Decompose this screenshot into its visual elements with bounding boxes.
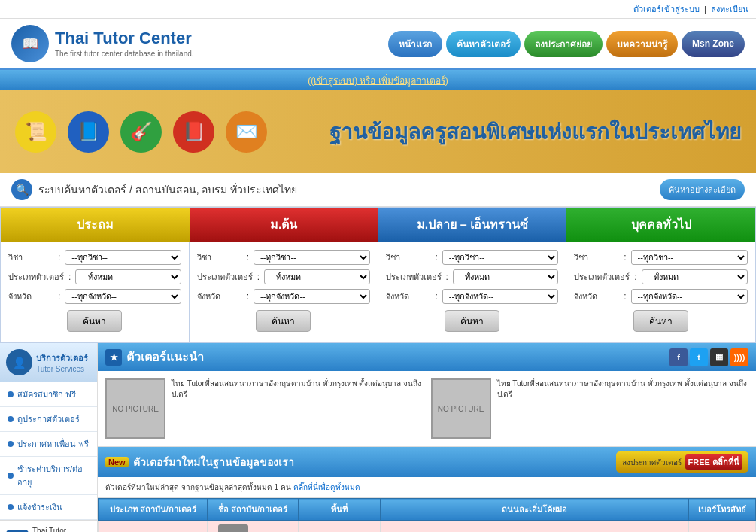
row-type: ตัวเตอร์อิสระ <box>99 521 208 533</box>
province-select-2[interactable]: --ทุกจังหวัด-- <box>254 289 369 304</box>
sidebar-friend-label: ประกาศหาเพื่อน ฟรี <box>17 437 89 451</box>
subject-select-4[interactable]: --ทุกวิชา-- <box>631 250 748 265</box>
tutor-table: ประเภท สถาบัน/กาเตอร์ ชื่อ สถาบัน/กาเตอร… <box>98 498 756 532</box>
sidebar-service-subtitle: Tutor Services <box>36 365 88 373</box>
subject-label-1: วิชา <box>8 251 53 264</box>
right-content: ★ ตัวเตอร์แนะนำ f t ▦ )))) NO PICTURE ไท… <box>98 343 756 532</box>
facebook-icon: f <box>6 530 29 533</box>
province-label-4: จังหวัด <box>574 290 619 303</box>
hero-icon-5: ✉️ <box>226 111 267 153</box>
tab-form-4: วิชา : --ทุกวิชา-- ประเภทตัวเตอร์ : --ทั… <box>566 242 755 342</box>
search-title: 🔍 ระบบค้นหาตัวเตอร์ / สถานบันสอน, อบรม ท… <box>11 179 297 200</box>
form-row-type-3: ประเภทตัวเตอร์ : --ทั้งหมด-- <box>386 269 559 284</box>
th-type: ประเภท สถาบัน/กาเตอร์ <box>99 499 208 521</box>
bullet-icon <box>8 473 14 479</box>
row-name: กาเตอร์ 1 <box>208 521 298 533</box>
search-icon: 🔍 <box>11 179 32 200</box>
subject-select-3[interactable]: --ทุกวิชา-- <box>442 250 558 265</box>
tab-general[interactable]: บุคคลทั่วไป <box>566 208 755 242</box>
tutor-featured-label: ตัวเตอร์แนะนำ <box>126 348 204 366</box>
qr-social-icon[interactable]: ▦ <box>710 348 728 366</box>
new-tutors-header: New ตัวเตอร์มาใหม่ในฐานข้อมูลของเรา ลงปร… <box>98 447 756 477</box>
bullet-icon <box>8 441 14 447</box>
search-button-2[interactable]: ค้นหา <box>256 310 311 332</box>
province-label-1: จังหวัด <box>8 290 53 303</box>
sidebar-item-payment[interactable]: ชำระค่าบริการ/ต่ออายุ <box>0 457 97 495</box>
subject-select-2[interactable]: --ทุกวิชา-- <box>254 250 369 265</box>
form-row-type-4: ประเภทตัวเตอร์ : --ทั้งหมด-- <box>574 269 748 284</box>
tutor-title-icon: ★ <box>105 349 122 366</box>
tab-headers: ประถม ม.ต้น ม.ปลาย – เอ็นทรานซ์ บุคคลทั่… <box>1 208 755 242</box>
register-tutor-button[interactable]: ลงประกาศตัวเตอร์ FREE คลิ๊กที่นี่ <box>616 451 748 473</box>
logo-area: 📖 Thai Tutor Center The first tutor cent… <box>11 25 194 62</box>
search-detail-button[interactable]: ค้นหาอย่างละเอียด <box>660 179 745 200</box>
logo-text: Thai Tutor Center The first tutor center… <box>55 29 194 59</box>
bullet-icon <box>8 391 14 397</box>
banner-link[interactable]: ((เข้าสู่ระบบ) หรือ เพิ่มข้อมูลกาเตอร์) <box>308 75 448 86</box>
site-subtitle: The first tutor center database in thail… <box>55 50 194 58</box>
sidebar-payment-label: ชำระค่าบริการ/ต่ออายุ <box>17 462 90 489</box>
tab-primary[interactable]: ประถม <box>1 208 190 242</box>
new-badge: New <box>105 457 129 467</box>
nav-search-button[interactable]: ค้นหาตัวเตอร์ <box>446 31 521 57</box>
form-row-subject-1: วิชา : --ทุกวิชา-- <box>8 250 181 265</box>
facebook-social-icon[interactable]: f <box>669 348 688 366</box>
form-row-subject-4: วิชา : --ทุกวิชา-- <box>574 250 748 265</box>
sidebar-notify-label: แจ้งชำระเงิน <box>17 500 62 514</box>
main-content: 👤 บริการตัวเตอร์ Tutor Services สมัครสมา… <box>0 343 756 532</box>
sidebar-item-notify[interactable]: แจ้งชำระเงิน <box>0 495 97 520</box>
th-area: พื้นที่ <box>298 499 380 521</box>
nav-buttons: หน้าแรก ค้นหาตัวเตอร์ ลงประกาศย่อย บทควา… <box>388 31 745 57</box>
form-row-subject-3: วิชา : --ทุกวิชา-- <box>386 250 559 265</box>
province-select-1[interactable]: --ทุกจังหวัด-- <box>65 289 181 304</box>
type-select-3[interactable]: --ทั้งหมด-- <box>453 269 558 284</box>
avatar <box>218 524 248 532</box>
hero-icon-3: 🎸 <box>120 111 162 153</box>
nav-msn-button[interactable]: Msn Zone <box>682 31 745 57</box>
nav-post-button[interactable]: ลงประกาศย่อย <box>524 31 603 57</box>
tutor-desc-link[interactable]: คลิ๊กที่นี่เพื่อดูทั้งหมด <box>293 483 360 491</box>
top-bar: ตัวเตอร์เข้าสู่ระบบ | ลงทะเบียน <box>0 0 756 19</box>
province-select-3[interactable]: --ทุกจังหวัด-- <box>442 289 558 304</box>
type-select-1[interactable]: --ทั้งหมด-- <box>75 269 181 284</box>
sidebar-item-register[interactable]: สมัครสมาชิก ฟรี <box>0 382 97 407</box>
login-link[interactable]: ตัวเตอร์เข้าสู่ระบบ <box>633 5 700 14</box>
form-row-province-4: จังหวัด : --ทุกจังหวัด-- <box>574 289 748 304</box>
search-section-header: 🔍 ระบบค้นหาตัวเตอร์ / สถานบันสอน, อบรม ท… <box>0 173 756 207</box>
type-select-2[interactable]: --ทั้งหมด-- <box>264 269 369 284</box>
province-label-2: จังหวัด <box>197 290 242 303</box>
bullet-icon <box>8 416 14 422</box>
new-tutors-title-text: ตัวเตอร์มาใหม่ในฐานข้อมูลของเรา <box>133 454 294 470</box>
form-row-subject-2: วิชา : --ทุกวิชา-- <box>197 250 370 265</box>
th-details: ถนนละเอิ่มโค้ยม่อ <box>380 499 688 521</box>
new-tutors-title: New ตัวเตอร์มาใหม่ในฐานข้อมูลของเรา <box>105 454 294 470</box>
sidebar-service-icon: 👤 <box>6 349 32 375</box>
bullet-icon <box>8 504 14 510</box>
register-link[interactable]: ลงทะเบียน <box>711 5 748 14</box>
row-details: รายละเอ็มน 1 รายละเอ็มน 1 รายละเอ็มน 1 ร… <box>380 521 688 533</box>
type-label-1: ประเภทตัวเตอร์ <box>8 270 64 284</box>
social-icons: f t ▦ )))) <box>669 348 748 366</box>
facebook-box: f Thai Tutor Center บน Facebook 👍 ถูกใจ … <box>0 520 97 532</box>
tab-middle[interactable]: ม.ต้น <box>190 208 378 242</box>
subject-label-4: วิชา <box>574 251 619 264</box>
sidebar-item-find-friend[interactable]: ประกาศหาเพื่อน ฟรี <box>0 432 97 457</box>
type-select-4[interactable]: --ทั้งหมด-- <box>642 269 748 284</box>
twitter-social-icon[interactable]: t <box>690 348 708 366</box>
subject-select-1[interactable]: --ทุกวิชา-- <box>65 250 181 265</box>
search-button-4[interactable]: ค้นหา <box>633 310 688 332</box>
sidebar-services-header: 👤 บริการตัวเตอร์ Tutor Services <box>0 343 97 382</box>
banner-bar: ((เข้าสู่ระบบ) หรือ เพิ่มข้อมูลกาเตอร์) <box>0 70 756 90</box>
nav-home-button[interactable]: หน้าแรก <box>388 31 442 57</box>
search-button-3[interactable]: ค้นหา <box>445 310 499 332</box>
sidebar-item-view-tutor[interactable]: ดูประกาศตัวเตอร์ <box>0 407 97 432</box>
free-badge: FREE คลิ๊กที่นี่ <box>685 454 742 470</box>
tab-high[interactable]: ม.ปลาย – เอ็นทรานซ์ <box>378 208 567 242</box>
search-button-1[interactable]: ค้นหา <box>67 310 122 332</box>
province-select-4[interactable]: --ทุกจังหวัด-- <box>631 289 748 304</box>
rss-social-icon[interactable]: )))) <box>730 348 748 366</box>
sidebar: 👤 บริการตัวเตอร์ Tutor Services สมัครสมา… <box>0 343 98 532</box>
hero-icons: 📜 📘 🎸 📕 ✉️ <box>15 111 267 153</box>
tutor-featured-title: ★ ตัวเตอร์แนะนำ <box>105 348 204 366</box>
nav-article-button[interactable]: บทความน่ารู้ <box>606 31 678 57</box>
